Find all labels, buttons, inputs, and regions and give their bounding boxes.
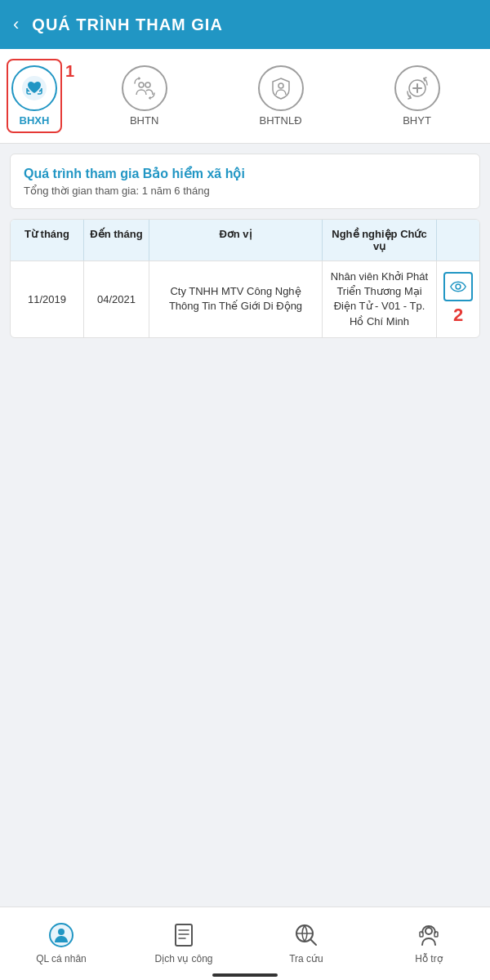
view-detail-button[interactable] — [443, 272, 473, 301]
svg-rect-21 — [420, 932, 423, 937]
tab-bhtnld[interactable]: BHTNLĐ — [214, 60, 347, 131]
document-list-icon — [169, 920, 198, 950]
headset-icon — [414, 920, 443, 950]
annotation-1: 1 — [65, 62, 74, 81]
col-unit: Đơn vị — [149, 220, 323, 261]
table-header: Từ tháng Đến tháng Đơn vị Nghề nghiệp Ch… — [11, 220, 479, 261]
info-card-subtitle: Tổng thời gian tham gia: 1 năm 6 tháng — [24, 185, 466, 197]
cell-to: 04/2021 — [84, 261, 149, 337]
info-card-title: Quá trình tham gia Bảo hiểm xã hội — [24, 166, 466, 181]
bhtn-icon-circle — [122, 65, 167, 111]
info-card: Quá trình tham gia Bảo hiểm xã hội Tổng … — [10, 154, 480, 209]
bhtnld-icon — [268, 75, 294, 101]
eye-icon — [450, 281, 466, 292]
bottom-navigation: QL cá nhân Dịch vụ công Tra cứu — [0, 906, 490, 980]
tab-bhxh-label: BHXH — [20, 114, 50, 127]
nav-ho-tro[interactable]: Hỗ trợ — [368, 920, 490, 964]
back-button[interactable]: ‹ — [13, 14, 19, 35]
cell-role: Nhân viên Khởi Phát Triển Thương Mại Điệ… — [323, 261, 437, 337]
bhyt-icon-circle — [394, 65, 440, 111]
cell-action[interactable]: 2 — [437, 261, 479, 337]
svg-line-19 — [311, 940, 316, 945]
nav-tra-cuu[interactable]: Tra cứu — [245, 920, 368, 964]
tab-bhyt[interactable]: BHYT — [350, 60, 483, 131]
app-header: ‹ QUÁ TRÌNH THAM GIA — [0, 0, 490, 49]
tab-bhtn-label: BHTN — [130, 114, 158, 127]
svg-point-12 — [58, 929, 65, 935]
svg-point-20 — [425, 928, 432, 934]
annotation-2: 2 — [453, 305, 463, 326]
bhtn-icon — [131, 75, 158, 101]
tab-bhyt-label: BHYT — [403, 114, 431, 127]
svg-point-10 — [456, 284, 461, 289]
person-circle-icon — [47, 920, 76, 950]
cell-from: 11/2019 — [11, 261, 84, 337]
content-area: Quá trình tham gia Bảo hiểm xã hội Tổng … — [0, 144, 490, 348]
page-title: QUÁ TRÌNH THAM GIA — [32, 16, 223, 34]
bhyt-icon — [404, 75, 430, 101]
tab-bhxh[interactable]: BHXH — [7, 59, 62, 133]
col-action — [437, 220, 479, 261]
tab-bhtn[interactable]: BHTN — [78, 60, 211, 131]
tab-bhtnld-label: BHTNLĐ — [260, 114, 302, 127]
home-indicator — [212, 973, 278, 977]
col-role: Nghề nghiệp Chức vụ — [323, 220, 437, 261]
nav-tra-cuu-label: Tra cứu — [289, 953, 323, 964]
svg-rect-22 — [434, 932, 438, 937]
svg-rect-13 — [176, 924, 192, 946]
bhxh-icon — [21, 75, 47, 101]
participation-table: Từ tháng Đến tháng Đơn vị Nghề nghiệp Ch… — [10, 219, 480, 338]
bhxh-icon-circle — [11, 65, 57, 111]
cell-unit: Cty TNHH MTV Công Nghệ Thông Tin Thế Giớ… — [149, 261, 323, 337]
col-from: Từ tháng — [11, 220, 84, 261]
nav-ql-ca-nhan[interactable]: QL cá nhân — [0, 920, 122, 964]
nav-dich-vu-cong[interactable]: Dịch vụ công — [122, 920, 245, 964]
col-to: Đến tháng — [84, 220, 149, 261]
nav-ql-ca-nhan-label: QL cá nhân — [36, 953, 87, 964]
search-globe-icon — [292, 920, 321, 950]
table-row: 11/2019 04/2021 Cty TNHH MTV Công Nghệ T… — [11, 261, 479, 337]
nav-ho-tro-label: Hỗ trợ — [415, 953, 442, 964]
nav-dich-vu-cong-label: Dịch vụ công — [154, 953, 212, 964]
bhtnld-icon-circle — [258, 65, 304, 111]
tab-bar: BHXH 1 BHTN — [0, 49, 490, 144]
